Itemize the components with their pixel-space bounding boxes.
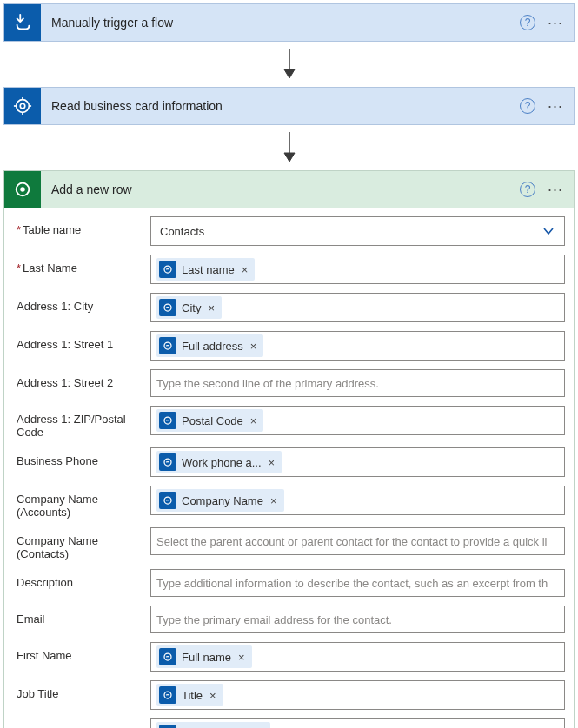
connector-arrow: [3, 125, 575, 170]
help-icon[interactable]: ?: [520, 182, 535, 197]
token-source-icon: [159, 261, 176, 278]
token-source-icon: [159, 725, 176, 728]
input-mobile-phone[interactable]: Mobile phone ×: [150, 718, 565, 728]
token-remove[interactable]: ×: [242, 263, 249, 276]
token-remove[interactable]: ×: [270, 494, 277, 507]
label-company-accounts: Company Name (Accounts): [13, 486, 150, 519]
label-first-name: First Name: [13, 642, 150, 662]
more-menu[interactable]: ···: [548, 18, 563, 27]
field-mobile-phone: Mobile Phone Mobile phone ×: [13, 718, 565, 728]
token-source-icon: [159, 453, 176, 471]
token-label: Title: [182, 689, 203, 702]
input-company-contacts[interactable]: Select the parent account or parent cont…: [150, 527, 565, 555]
token-remove[interactable]: ×: [250, 414, 257, 427]
token-company-name[interactable]: Company Name ×: [156, 489, 284, 512]
input-description[interactable]: Type additional information to describe …: [150, 569, 565, 597]
more-menu[interactable]: ···: [548, 102, 563, 110]
token-label: Last name: [182, 263, 235, 276]
input-bizphone[interactable]: Work phone a... ×: [150, 447, 565, 477]
token-label: City: [182, 301, 201, 314]
field-city: Address 1: City City ×: [13, 293, 565, 322]
label-email: Email: [13, 606, 150, 625]
label-street1: Address 1: Street 1: [13, 331, 150, 351]
addrow-header[interactable]: Add a new row ? ···: [4, 171, 574, 208]
token-remove[interactable]: ×: [238, 651, 245, 664]
label-company-contacts: Company Name (Contacts): [13, 527, 150, 560]
input-street1[interactable]: Full address ×: [150, 331, 565, 361]
field-zip: Address 1: ZIP/Postal Code Postal Code ×: [13, 406, 565, 439]
table-name-value: Contacts: [160, 225, 204, 238]
addrow-body: *Table name Contacts *Last Name: [4, 208, 574, 728]
label-bizphone: Business Phone: [13, 447, 150, 467]
chevron-down-icon: [541, 224, 555, 238]
token-work-phone[interactable]: Work phone a... ×: [156, 451, 282, 473]
token-label: Full address: [182, 340, 243, 353]
trigger-card[interactable]: Manually trigger a flow ? ···: [3, 3, 575, 42]
field-table-name: *Table name Contacts: [13, 216, 565, 246]
token-full-name[interactable]: Full name ×: [156, 645, 252, 668]
token-postal-code[interactable]: Postal Code ×: [156, 409, 263, 432]
token-source-icon: [159, 299, 176, 316]
token-source-icon: [159, 337, 176, 354]
label-table-name: *Table name: [13, 216, 150, 236]
field-last-name: *Last Name Last name ×: [13, 255, 565, 284]
label-mobile-phone: Mobile Phone: [13, 718, 150, 728]
table-name-select[interactable]: Contacts: [150, 216, 565, 246]
connector-arrow: [3, 42, 575, 87]
token-source-icon: [159, 648, 176, 665]
input-street2[interactable]: Type the second line of the primary addr…: [150, 369, 565, 397]
addrow-title: Add a new row: [41, 182, 520, 196]
input-city[interactable]: City ×: [150, 293, 565, 322]
label-description: Description: [13, 569, 150, 589]
addrow-card: Add a new row ? ··· *Table name Contacts: [3, 170, 575, 728]
input-last-name[interactable]: Last name ×: [150, 255, 565, 284]
read-card[interactable]: Read business card information ? ···: [3, 87, 575, 125]
help-icon[interactable]: ?: [520, 15, 535, 30]
label-last-name: *Last Name: [13, 255, 150, 275]
placeholder-street2: Type the second line of the primary addr…: [156, 377, 559, 390]
token-last-name[interactable]: Last name ×: [156, 258, 255, 281]
placeholder-description: Type additional information to describe …: [156, 577, 559, 590]
token-remove[interactable]: ×: [209, 689, 216, 702]
field-company-accounts: Company Name (Accounts) Company Name ×: [13, 486, 565, 519]
token-full-address[interactable]: Full address ×: [156, 334, 263, 357]
input-company-accounts[interactable]: Company Name ×: [150, 486, 565, 515]
field-first-name: First Name Full name ×: [13, 642, 565, 672]
flow-designer: Manually trigger a flow ? ··· Read busin…: [3, 3, 575, 728]
token-label: Company Name: [182, 494, 263, 507]
input-email[interactable]: Type the primary email address for the c…: [150, 606, 565, 633]
card-actions: ? ···: [520, 182, 574, 197]
dataverse-icon: [4, 171, 41, 208]
field-description: Description Type additional information …: [13, 569, 565, 597]
token-title[interactable]: Title ×: [156, 684, 223, 706]
field-email: Email Type the primary email address for…: [13, 606, 565, 633]
help-icon[interactable]: ?: [520, 98, 535, 114]
token-label: Postal Code: [182, 414, 243, 427]
placeholder-email: Type the primary email address for the c…: [156, 613, 559, 626]
svg-marker-1: [284, 69, 295, 78]
label-zip: Address 1: ZIP/Postal Code: [13, 406, 150, 439]
label-job-title: Job Title: [13, 680, 150, 700]
token-source-icon: [159, 686, 176, 704]
input-first-name[interactable]: Full name ×: [150, 642, 565, 672]
token-remove[interactable]: ×: [208, 301, 215, 314]
label-street2: Address 1: Street 2: [13, 369, 150, 389]
card-actions: ? ···: [520, 15, 574, 30]
trigger-title: Manually trigger a flow: [41, 16, 520, 30]
input-zip[interactable]: Postal Code ×: [150, 406, 565, 435]
token-label: Full name: [182, 651, 231, 664]
token-city[interactable]: City ×: [156, 296, 222, 319]
token-remove[interactable]: ×: [269, 456, 276, 469]
token-label: Work phone a...: [182, 456, 262, 469]
field-job-title: Job Title Title ×: [13, 680, 565, 710]
token-mobile-phone[interactable]: Mobile phone ×: [156, 722, 270, 728]
label-city: Address 1: City: [13, 293, 150, 313]
svg-point-2: [17, 100, 30, 113]
token-source-icon: [159, 492, 176, 509]
field-street2: Address 1: Street 2 Type the second line…: [13, 369, 565, 397]
field-bizphone: Business Phone Work phone a... ×: [13, 447, 565, 477]
read-title: Read business card information: [41, 99, 520, 113]
token-remove[interactable]: ×: [250, 340, 257, 353]
more-menu[interactable]: ···: [548, 185, 563, 194]
input-job-title[interactable]: Title ×: [150, 680, 565, 710]
